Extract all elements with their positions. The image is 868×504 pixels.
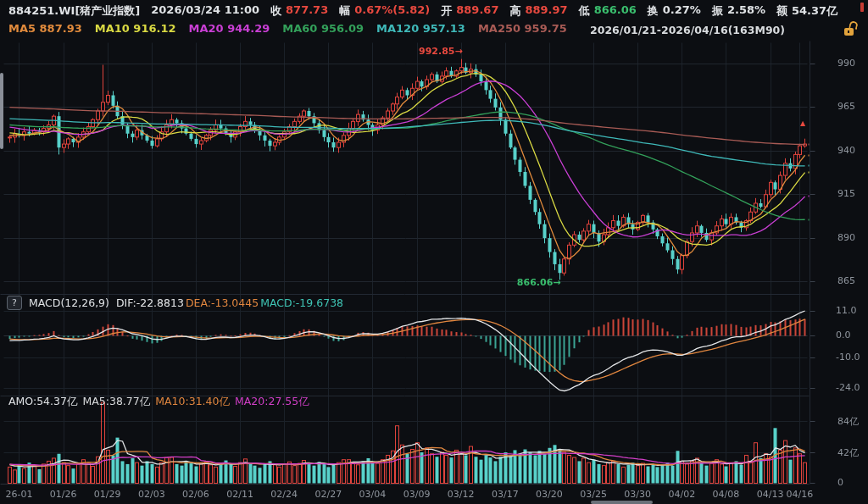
quote-field-value: 54.37亿 [792, 3, 837, 19]
volume-ma10-value: MA10:31.40亿 [155, 395, 230, 409]
price-axis-label: 890 [837, 232, 855, 243]
quote-field-value: 2.58% [727, 3, 765, 19]
macd-title: MACD(12,26,9) [29, 296, 109, 309]
macd-axis-label: -24.0 [836, 382, 860, 393]
quote-field: 低866.06 [579, 3, 637, 19]
quote-field-label: 高 [509, 3, 520, 19]
volume-axis-label: 0 [837, 477, 843, 488]
quote-field-value: 889.97 [525, 3, 567, 19]
volume-axis-label: 42亿 [837, 446, 859, 459]
quote-field-label: 额 [776, 3, 787, 19]
quote-datetime: 2026/03/24 11:00 [151, 3, 259, 19]
quote-field-value: 877.73 [286, 3, 328, 19]
quote-field: 额54.37亿 [776, 3, 837, 19]
ma-legend-item: MA10 916.12 [95, 22, 176, 35]
x-axis-label: 03/30 [617, 489, 658, 500]
volume-ma5-value: MA5:38.77亿 [82, 395, 150, 409]
ma-legend-item: MA120 957.13 [376, 22, 465, 35]
ma-values-row: MA5 887.93MA10 916.12MA20 944.29MA60 956… [8, 22, 567, 35]
chart-annotation: ▲ [800, 119, 805, 127]
symbol-title: 884251.WI[猪产业指数] [8, 3, 140, 19]
chart-annotation: 992.85→ [419, 46, 463, 57]
quote-field-value: 889.67 [456, 3, 498, 19]
quote-field: 高889.97 [509, 3, 567, 19]
x-axis-label: 01/29 [87, 489, 128, 500]
quote-field: 振2.58% [712, 3, 765, 19]
quote-field-value: 0.67%(5.82) [354, 3, 430, 19]
x-axis-label: 04/02 [661, 489, 702, 500]
x-axis-label: 03/25 [573, 489, 614, 500]
left-scrollbar-thumb[interactable] [0, 73, 3, 149]
ma-legend-item: MA5 887.93 [8, 22, 82, 35]
x-axis-label: 02/03 [131, 489, 172, 500]
corner-red-marker [860, 3, 864, 12]
price-axis-label: 965 [837, 101, 855, 112]
volume-axis-label: 84亿 [837, 415, 859, 428]
volume-ma20-value: MA20:27.55亿 [235, 395, 309, 409]
quote-field-label: 开 [441, 3, 452, 19]
price-axis-label: 990 [837, 58, 855, 69]
volume-panel-header: AMO:54.37亿 MA5:38.77亿 MA10:31.40亿 MA20:2… [8, 395, 309, 409]
price-axis-label: 915 [837, 188, 855, 199]
price-axis-label: 940 [837, 145, 855, 156]
quote-field: 换0.27% [648, 3, 701, 19]
x-axis-label: 02/24 [264, 489, 304, 500]
quote-fields: 收877.73幅0.67%(5.82)开889.67高889.97低866.06… [270, 3, 837, 19]
quote-field: 收877.73 [270, 3, 328, 19]
x-axis-label: 03/09 [397, 489, 437, 500]
x-axis-label: 03/17 [485, 489, 526, 500]
x-axis-label: 03/12 [441, 489, 481, 500]
unlock-icon[interactable] [844, 28, 854, 36]
x-axis-label: 04/08 [705, 489, 746, 500]
ma-legend-item: MA20 944.29 [189, 22, 270, 35]
x-axis-label: 26-01 [0, 489, 39, 500]
quote-field: 幅0.67%(5.82) [339, 3, 430, 19]
price-axis-label: 865 [837, 275, 855, 286]
quote-field-label: 收 [270, 3, 281, 19]
macd-axis-label: 0.0 [836, 330, 851, 341]
macd-axis-label: 11.0 [836, 305, 857, 316]
chart-annotation: 866.06→ [517, 277, 561, 288]
macd-dea-value: DEA:-13.0445 [186, 296, 259, 309]
quote-field-label: 换 [648, 3, 659, 19]
x-axis-label: 02/06 [175, 489, 216, 500]
ma-legend-item: MA60 956.09 [282, 22, 364, 35]
quote-field-label: 低 [579, 3, 590, 19]
stock-chart-app: 884251.WI[猪产业指数] 2026/03/24 11:00 收877.7… [0, 0, 868, 504]
quote-header: 884251.WI[猪产业指数] 2026/03/24 11:00 收877.7… [8, 3, 837, 19]
ma-legend-item: MA250 959.75 [478, 22, 567, 35]
macd-macd-value: MACD:-19.6738 [260, 296, 343, 309]
x-axis-label: 01/26 [43, 489, 84, 500]
macd-panel-header: ? MACD(12,26,9) DIF:-22.8813 DEA:-13.044… [7, 296, 343, 310]
quote-field-value: 0.27% [663, 3, 701, 19]
x-axis-label: 04/16 [779, 489, 820, 500]
x-axis-label: 02/11 [220, 489, 260, 500]
x-axis-label: 03/20 [529, 489, 570, 500]
quote-field-label: 幅 [339, 3, 350, 19]
quote-field: 开889.67 [441, 3, 498, 19]
quote-field-value: 866.06 [594, 3, 637, 19]
quote-field-label: 振 [712, 3, 723, 19]
macd-dif-value: DIF:-22.8813 [116, 296, 184, 309]
chart-canvas[interactable] [0, 0, 868, 504]
macd-axis-label: -10.0 [836, 352, 860, 363]
x-axis-label: 02/27 [308, 489, 348, 500]
volume-amo-value: AMO:54.37亿 [8, 395, 77, 409]
bottom-scrollbar-thumb[interactable] [591, 501, 653, 504]
x-axis-label: 03/04 [352, 489, 392, 500]
help-icon[interactable]: ? [7, 296, 22, 310]
date-range-label: 2026/01/21-2026/04/16(163M90) [590, 24, 785, 36]
